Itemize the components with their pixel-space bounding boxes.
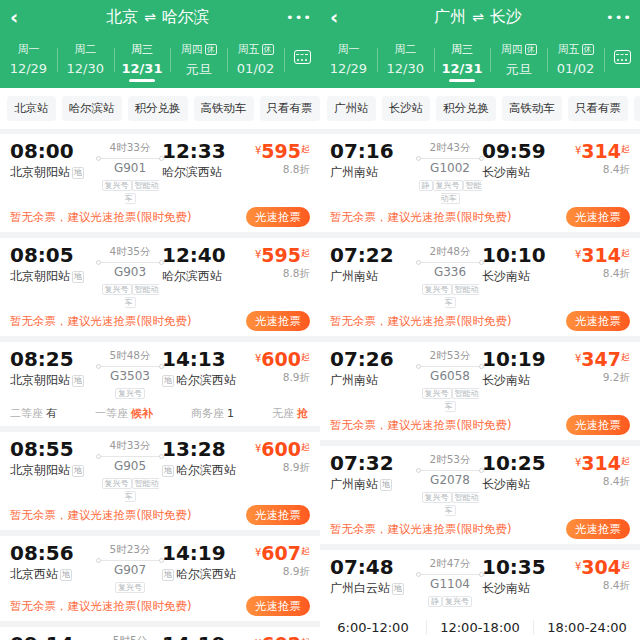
departure-station: 广州南站	[330, 164, 418, 181]
date-tab-weekday: 周四 休	[170, 42, 227, 57]
grab-ticket-button[interactable]: 光速抢票	[246, 207, 310, 227]
filter-chip[interactable]: 广州站	[327, 96, 376, 121]
grab-ticket-button[interactable]: 光速抢票	[246, 311, 310, 331]
date-tab[interactable]: 周一 12/29	[320, 34, 377, 88]
arrival-time: 14:19	[162, 633, 248, 640]
journey-block: 5时23分 G907 复兴号	[98, 542, 162, 593]
train-row[interactable]: 07:32 广州南站 地 2时53分 G2078 复兴号智能动车	[320, 446, 640, 544]
seat-class-label: 一等座	[95, 407, 128, 420]
filter-chip[interactable]: 北京站	[7, 96, 56, 121]
back-icon[interactable]: ‹	[10, 7, 30, 27]
arrival-station-name: 长沙南站	[482, 372, 530, 389]
date-tabs: 周一 12/29 周二 12/30 周三	[0, 34, 284, 88]
journey-block: 2时53分 G2078 复兴号智能动车	[418, 452, 482, 516]
date-label: 元旦	[490, 61, 547, 79]
grab-ticket-button[interactable]: 光速抢票	[246, 596, 310, 616]
route-line	[98, 158, 162, 159]
train-row[interactable]: 07:16 广州南站 2时43分 G1002 静复兴号智能动车	[320, 134, 640, 232]
price-from-suffix: 起	[301, 247, 310, 260]
filter-chip[interactable]: 长沙站	[382, 96, 431, 121]
selected-underline	[392, 79, 418, 82]
journey-block: 4时33分 G905 复兴号智能动车	[98, 438, 162, 502]
seat-availability: 无座抢	[272, 406, 308, 421]
train-tag: 静	[419, 180, 433, 191]
date-bar: 周一 12/29 周二 12/30 周三	[320, 34, 640, 88]
train-row[interactable]: 07:22 广州南站 2时48分 G336 复兴号智能动车	[320, 238, 640, 336]
swap-stations-icon[interactable]: ⇌	[144, 9, 156, 25]
seat-availability: 二等座有	[10, 406, 57, 421]
discount-label: 8.4折	[568, 475, 630, 489]
metro-tag: 地	[72, 167, 84, 179]
date-tab[interactable]: 周三 12/31	[434, 34, 491, 88]
train-tag: 复兴号	[422, 388, 452, 399]
discount-label: 8.4折	[568, 267, 630, 281]
train-row[interactable]: 08:55 北京朝阳站 地 4时33分 G905 复兴号智能动车	[0, 432, 320, 530]
date-tab[interactable]: 周三 12/31	[114, 34, 171, 88]
filter-chip[interactable]: 哈尔滨站	[62, 96, 122, 121]
train-row[interactable]: 08:25 北京朝阳站 地 5时48分 G3503 复兴号	[0, 342, 320, 426]
grab-ticket-button[interactable]: 光速抢票	[566, 207, 630, 227]
date-tab-weekday: 周二	[57, 42, 114, 57]
duration: 2时48分	[418, 245, 482, 258]
filter-chip[interactable]: 积分兑换	[128, 96, 188, 121]
date-tab[interactable]: 周四 休 元旦	[490, 34, 547, 88]
train-row[interactable]: 08:56 北京西站 地 5时23分 G907 复兴号	[0, 536, 320, 621]
price-line: ¥ 314 起	[568, 140, 630, 162]
time-filter-item[interactable]: 12:00-18:00	[426, 620, 533, 635]
date-tab[interactable]: 周五 休 01/02	[547, 34, 604, 88]
train-number-line: G2078 复兴号智能动车	[418, 474, 482, 516]
price-value: 600	[261, 438, 301, 460]
swap-stations-icon[interactable]: ⇌	[472, 9, 484, 25]
date-tab[interactable]: 周四 休 元旦	[170, 34, 227, 88]
duration: 4时35分	[98, 245, 162, 258]
arrival-time: 12:33	[162, 140, 248, 162]
filter-chip[interactable]: 只看有票	[260, 96, 320, 121]
departure-station-name: 广州南站	[330, 372, 378, 389]
filter-chip[interactable]: 高铁动车	[194, 96, 254, 121]
grab-ticket-button[interactable]: 光速抢票	[566, 415, 630, 435]
train-list: 07:16 广州南站 2时43分 G1002 静复兴号智能动车	[320, 129, 640, 640]
time-filter-item[interactable]: 18:00-24:00	[533, 620, 640, 635]
route-from: 北京	[106, 7, 138, 28]
grab-ticket-button[interactable]: 光速抢票	[246, 505, 310, 525]
route-line	[418, 262, 482, 263]
no-ticket-notice: 暂无余票，建议光速抢票(限时免费)	[10, 314, 191, 329]
arrival-station-name: 长沙南站	[482, 268, 530, 285]
date-tab[interactable]: 周二 12/30	[377, 34, 434, 88]
date-label: 01/02	[227, 61, 284, 76]
calendar-icon[interactable]	[604, 34, 640, 88]
departure-time: 08:56	[10, 542, 98, 564]
date-tab[interactable]: 周二 12/30	[57, 34, 114, 88]
filter-chip[interactable]: 复兴号	[634, 96, 640, 121]
seat-status: 1	[227, 407, 234, 420]
train-row[interactable]: 07:26 广州南站 2时53分 G6058 复兴号智能动车	[320, 342, 640, 440]
grab-ticket-button[interactable]: 光速抢票	[566, 311, 630, 331]
metro-tag: 地	[162, 569, 174, 581]
train-tag: 复兴号	[422, 492, 452, 503]
train-number-line: G336 复兴号智能动车	[418, 266, 482, 308]
filter-chip[interactable]: 积分兑换	[436, 96, 496, 121]
grab-ticket-button[interactable]: 光速抢票	[566, 519, 630, 539]
time-filter-item[interactable]: 6:00-12:00	[320, 620, 426, 635]
seat-class-label: 无座	[272, 407, 294, 420]
date-tab[interactable]: 周五 休 01/02	[227, 34, 284, 88]
arrival-station: 长沙南站	[482, 476, 568, 493]
back-icon[interactable]: ‹	[330, 7, 350, 27]
metro-tag: 地	[60, 569, 72, 581]
arrival-station: 哈尔滨西站	[162, 164, 248, 181]
train-tag: 复兴号	[102, 180, 132, 191]
more-menu-icon[interactable]: •••	[286, 10, 310, 25]
train-row[interactable]: 08:00 北京朝阳站 地 4时33分 G901 复兴号智能动车	[0, 134, 320, 232]
date-tab[interactable]: 周一 12/29	[0, 34, 57, 88]
price-line: ¥ 607 起	[248, 542, 310, 564]
route-line	[98, 560, 162, 561]
train-row[interactable]: 09:14 北京站 5时5分 G907 复兴号	[0, 627, 320, 640]
calendar-icon[interactable]	[284, 34, 320, 88]
filter-chip[interactable]: 只看有票	[568, 96, 628, 121]
filter-chip[interactable]: 高铁动车	[502, 96, 562, 121]
train-row[interactable]: 08:05 北京朝阳站 地 4时35分 G903 复兴号智能动车	[0, 238, 320, 336]
more-menu-icon[interactable]: •••	[606, 10, 630, 25]
arrival-station-name: 哈尔滨西站	[176, 372, 236, 389]
departure-block: 07:32 广州南站 地	[330, 452, 418, 493]
seat-class-label: 商务座	[191, 407, 224, 420]
